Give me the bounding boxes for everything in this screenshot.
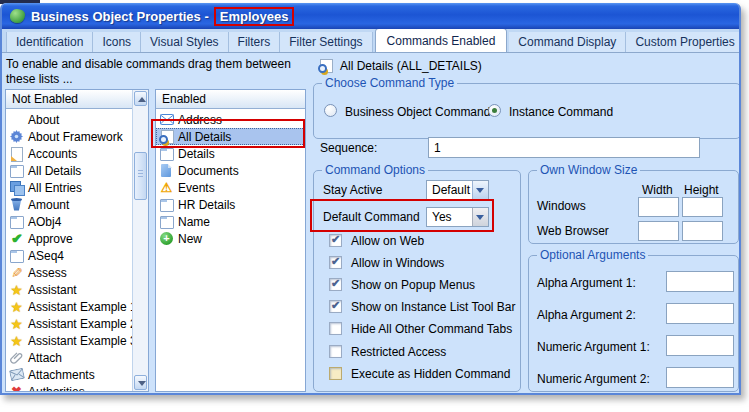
- list-item[interactable]: New: [156, 230, 305, 247]
- gear-icon: [9, 130, 24, 144]
- list-item[interactable]: All Details: [6, 162, 148, 179]
- sequence-input[interactable]: [428, 137, 700, 158]
- radio-business-object-command[interactable]: [324, 104, 337, 117]
- numeric-argument-2-input[interactable]: [666, 367, 734, 388]
- stacked-windows-icon: [9, 181, 24, 195]
- list-item[interactable]: Assistant Example 3: [6, 332, 148, 349]
- enabled-list: Enabled Address All Details Details Docu…: [155, 89, 306, 392]
- list-item[interactable]: Amount: [6, 196, 148, 213]
- alpha-argument-2-input[interactable]: [666, 303, 734, 324]
- tab-commands-enabled[interactable]: Commands Enabled: [375, 29, 508, 52]
- list-item[interactable]: Approve: [6, 230, 148, 247]
- windows-width-input[interactable]: [638, 197, 679, 217]
- tab-custom-properties[interactable]: Custom Properties: [626, 32, 739, 52]
- dialog-content: To enable and disable commands drag them…: [2, 53, 739, 393]
- radio-instance-command[interactable]: [488, 104, 501, 117]
- list-item[interactable]: ASeq4: [6, 247, 148, 264]
- preview-icon: [318, 59, 333, 73]
- default-command-dropdown[interactable]: Yes: [426, 207, 489, 227]
- dropdown-value: Yes: [427, 208, 472, 226]
- list-item[interactable]: Attach: [6, 349, 148, 366]
- group-legend: Optional Arguments: [537, 248, 648, 262]
- list-item[interactable]: Events: [156, 179, 305, 196]
- list-item[interactable]: About: [6, 111, 148, 128]
- list-item-label: Amount: [28, 198, 69, 212]
- list-item[interactable]: Assistant: [6, 281, 148, 298]
- list-item[interactable]: HR Details: [156, 196, 305, 213]
- envelope-icon: [159, 113, 174, 127]
- list-item-selected[interactable]: All Details: [156, 128, 305, 145]
- list-item[interactable]: AObj4: [6, 213, 148, 230]
- windows-height-input[interactable]: [682, 197, 723, 217]
- list-item-label: AObj4: [28, 215, 61, 229]
- list-item-label: Authorities: [28, 385, 85, 393]
- checkbox-execute-as-hidden-command[interactable]: [329, 367, 342, 380]
- star-icon: [9, 317, 24, 331]
- checkbox-row: Show on Instance List Tool Bar: [314, 300, 520, 314]
- checkbox-row: Allow in Windows: [314, 256, 520, 270]
- list-item[interactable]: Details: [156, 145, 305, 162]
- dropdown-value: Default: [427, 181, 472, 199]
- check-icon: [9, 232, 24, 246]
- group-legend: Own Window Size: [537, 163, 640, 177]
- scrollbar-grip: [138, 173, 143, 174]
- list-item[interactable]: Documents: [156, 162, 305, 179]
- list-item-label: About: [28, 113, 59, 127]
- window-icon: [9, 164, 24, 178]
- height-column-header: Height: [684, 183, 719, 197]
- instructions-text: To enable and disable commands drag them…: [6, 57, 318, 87]
- tab-icons[interactable]: Icons: [93, 32, 141, 52]
- chevron-down-icon[interactable]: [472, 181, 488, 199]
- scrollbar-thumb[interactable]: [134, 152, 147, 200]
- scrollbar-down-button[interactable]: [134, 375, 147, 390]
- checkbox-show-on-instance-list-tool-bar[interactable]: [329, 300, 342, 313]
- checkbox-show-on-popup-menus[interactable]: [329, 278, 342, 291]
- checkbox-allow-on-web[interactable]: [329, 234, 342, 247]
- stay-active-dropdown[interactable]: Default: [426, 180, 489, 200]
- list-item[interactable]: Authorities: [6, 383, 148, 392]
- not-enabled-list: Not Enabled About About Framework Accoun…: [5, 89, 149, 392]
- alpha-argument-1-input[interactable]: [666, 271, 734, 292]
- list-item-label: Assistant Example 1: [28, 300, 137, 314]
- list-item[interactable]: Assistant Example 2: [6, 315, 148, 332]
- list-item[interactable]: Address: [156, 111, 305, 128]
- list-item-label: Assistant Example 3: [28, 334, 137, 348]
- list-item-label: Accounts: [28, 147, 77, 161]
- checkbox-allow-in-windows[interactable]: [329, 256, 342, 269]
- web-browser-width-input[interactable]: [638, 221, 679, 241]
- alpha-argument-1-label: Alpha Argument 1:: [537, 276, 636, 290]
- checkbox-hide-all-other-command-tabs[interactable]: [329, 322, 342, 335]
- list-item[interactable]: All Entries: [6, 179, 148, 196]
- list-item[interactable]: Accounts: [6, 145, 148, 162]
- window-title: Business Object Properties - Employees: [31, 7, 294, 26]
- list-item[interactable]: Assistant Example 1: [6, 298, 148, 315]
- list-item-label: About Framework: [28, 130, 123, 144]
- star-icon: [9, 300, 24, 314]
- list-item[interactable]: About Framework: [6, 128, 148, 145]
- checkbox-label: Allow in Windows: [351, 256, 444, 270]
- list-item-label: ASeq4: [28, 249, 64, 263]
- checkbox-label: Show on Popup Menus: [351, 278, 475, 292]
- list-item[interactable]: Name: [156, 213, 305, 230]
- not-enabled-header: Not Enabled: [6, 90, 132, 109]
- tab-visual-styles[interactable]: Visual Styles: [141, 32, 228, 52]
- list-item-label: All Details: [178, 130, 231, 144]
- scrollbar[interactable]: [132, 90, 148, 391]
- tab-command-display[interactable]: Command Display: [509, 32, 626, 52]
- web-browser-height-input[interactable]: [682, 221, 723, 241]
- title-bar[interactable]: Business Object Properties - Employees: [2, 3, 739, 29]
- list-item-label: All Entries: [28, 181, 82, 195]
- scrollbar-up-button[interactable]: [134, 91, 147, 106]
- width-column-header: Width: [642, 183, 673, 197]
- tab-filter-settings[interactable]: Filter Settings: [280, 32, 372, 52]
- sequence-label: Sequence:: [320, 141, 377, 155]
- paperclip-icon: [9, 351, 24, 365]
- enabled-header: Enabled: [156, 90, 305, 109]
- chevron-down-icon[interactable]: [472, 208, 488, 226]
- list-item[interactable]: Assess: [6, 264, 148, 281]
- tab-identification[interactable]: Identification: [6, 32, 93, 52]
- checkbox-restricted-access[interactable]: [329, 345, 342, 358]
- numeric-argument-1-input[interactable]: [666, 335, 734, 356]
- list-item[interactable]: Attachments: [6, 366, 148, 383]
- tab-filters[interactable]: Filters: [229, 32, 281, 52]
